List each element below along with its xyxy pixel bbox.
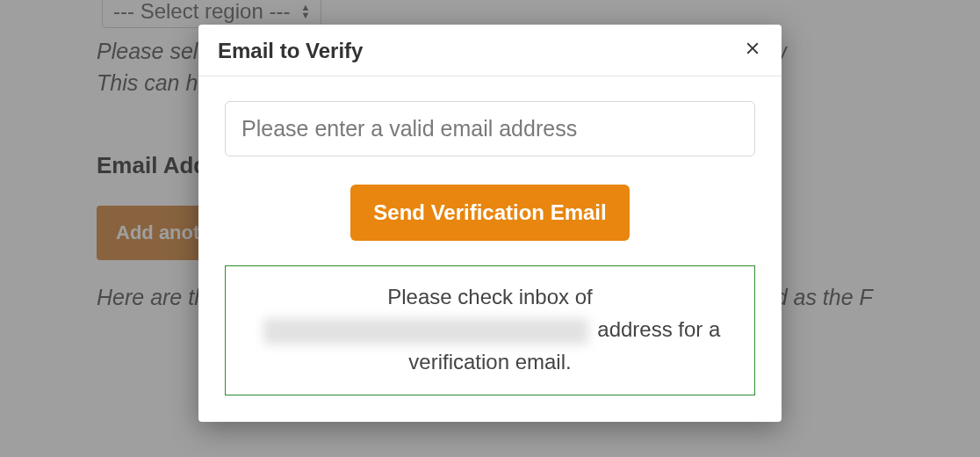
email-verify-modal: Email to Verify Send Verification Email … xyxy=(198,25,782,422)
modal-overlay: Email to Verify Send Verification Email … xyxy=(0,0,980,457)
close-button[interactable] xyxy=(743,39,762,58)
success-text-prefix: Please check inbox of xyxy=(387,285,592,308)
modal-header: Email to Verify xyxy=(198,25,782,76)
close-icon xyxy=(743,39,762,58)
send-verification-button[interactable]: Send Verification Email xyxy=(350,185,629,241)
verification-success-message: Please check inbox of address for a veri… xyxy=(225,265,755,395)
redacted-email xyxy=(263,318,588,345)
modal-body: Send Verification Email Please check inb… xyxy=(198,76,782,422)
modal-title: Email to Verify xyxy=(218,39,363,63)
email-input[interactable] xyxy=(225,101,755,156)
